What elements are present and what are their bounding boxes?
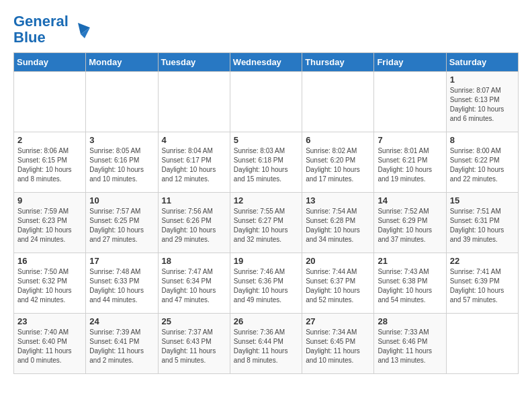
column-header-saturday: Saturday [446, 53, 518, 72]
day-number: 16 [17, 256, 82, 266]
logo-text: GeneralBlue [13, 13, 69, 46]
calendar-week-row: 16Sunrise: 7:50 AM Sunset: 6:32 PM Dayli… [14, 253, 519, 314]
day-info: Sunrise: 7:52 AM Sunset: 6:29 PM Dayligh… [378, 207, 442, 244]
page-header: GeneralBlue [13, 13, 519, 46]
calendar-cell: 28Sunrise: 7:33 AM Sunset: 6:46 PM Dayli… [374, 314, 446, 374]
calendar-table: SundayMondayTuesdayWednesdayThursdayFrid… [13, 52, 519, 374]
calendar-cell: 17Sunrise: 7:48 AM Sunset: 6:33 PM Dayli… [86, 253, 158, 314]
calendar-cell [446, 314, 518, 374]
day-number: 3 [89, 135, 154, 145]
day-number: 18 [162, 256, 226, 266]
day-number: 23 [17, 316, 82, 326]
column-header-monday: Monday [86, 53, 158, 72]
day-number: 22 [450, 256, 515, 266]
day-info: Sunrise: 7:50 AM Sunset: 6:32 PM Dayligh… [17, 267, 82, 305]
calendar-cell: 22Sunrise: 7:41 AM Sunset: 6:39 PM Dayli… [446, 253, 518, 314]
day-number: 24 [89, 316, 154, 326]
day-info: Sunrise: 7:36 AM Sunset: 6:44 PM Dayligh… [234, 328, 298, 365]
calendar-cell: 24Sunrise: 7:39 AM Sunset: 6:41 PM Dayli… [86, 314, 158, 374]
calendar-cell: 3Sunrise: 8:05 AM Sunset: 6:16 PM Daylig… [86, 132, 158, 193]
calendar-cell: 6Sunrise: 8:02 AM Sunset: 6:20 PM Daylig… [302, 132, 374, 193]
calendar-cell: 19Sunrise: 7:46 AM Sunset: 6:36 PM Dayli… [230, 253, 302, 314]
calendar-week-row: 2Sunrise: 8:06 AM Sunset: 6:15 PM Daylig… [14, 132, 519, 193]
day-info: Sunrise: 8:06 AM Sunset: 6:15 PM Dayligh… [17, 146, 82, 184]
day-number: 6 [306, 135, 370, 145]
day-info: Sunrise: 7:46 AM Sunset: 6:36 PM Dayligh… [234, 267, 298, 305]
calendar-cell: 23Sunrise: 7:40 AM Sunset: 6:40 PM Dayli… [14, 314, 86, 374]
day-info: Sunrise: 7:56 AM Sunset: 6:26 PM Dayligh… [162, 207, 226, 244]
calendar-cell: 8Sunrise: 8:00 AM Sunset: 6:22 PM Daylig… [446, 132, 518, 193]
day-number: 13 [306, 195, 370, 205]
calendar-cell: 5Sunrise: 8:03 AM Sunset: 6:18 PM Daylig… [230, 132, 302, 193]
day-info: Sunrise: 7:37 AM Sunset: 6:43 PM Dayligh… [162, 328, 226, 365]
day-number: 27 [306, 316, 370, 326]
calendar-cell [14, 72, 86, 132]
day-number: 11 [162, 195, 226, 205]
day-info: Sunrise: 8:07 AM Sunset: 6:13 PM Dayligh… [450, 86, 515, 124]
day-info: Sunrise: 7:40 AM Sunset: 6:40 PM Dayligh… [17, 328, 82, 365]
calendar-cell: 10Sunrise: 7:57 AM Sunset: 6:25 PM Dayli… [86, 193, 158, 253]
day-info: Sunrise: 8:05 AM Sunset: 6:16 PM Dayligh… [89, 146, 154, 184]
day-info: Sunrise: 8:04 AM Sunset: 6:17 PM Dayligh… [162, 146, 226, 184]
day-number: 28 [378, 316, 442, 326]
day-number: 21 [378, 256, 442, 266]
day-info: Sunrise: 7:55 AM Sunset: 6:27 PM Dayligh… [234, 207, 298, 244]
column-header-tuesday: Tuesday [158, 53, 230, 72]
day-number: 4 [162, 135, 226, 145]
day-number: 8 [450, 135, 515, 145]
day-number: 5 [234, 135, 298, 145]
calendar-cell: 7Sunrise: 8:01 AM Sunset: 6:21 PM Daylig… [374, 132, 446, 193]
day-number: 10 [89, 195, 154, 205]
column-header-friday: Friday [374, 53, 446, 72]
calendar-cell: 2Sunrise: 8:06 AM Sunset: 6:15 PM Daylig… [14, 132, 86, 193]
day-number: 7 [378, 135, 442, 145]
calendar-cell: 14Sunrise: 7:52 AM Sunset: 6:29 PM Dayli… [374, 193, 446, 253]
day-number: 19 [234, 256, 298, 266]
calendar-cell [158, 72, 230, 132]
column-header-wednesday: Wednesday [230, 53, 302, 72]
day-info: Sunrise: 8:01 AM Sunset: 6:21 PM Dayligh… [378, 146, 442, 184]
day-number: 12 [234, 195, 298, 205]
day-info: Sunrise: 7:33 AM Sunset: 6:46 PM Dayligh… [378, 328, 442, 365]
column-header-thursday: Thursday [302, 53, 374, 72]
day-info: Sunrise: 7:34 AM Sunset: 6:45 PM Dayligh… [306, 328, 370, 365]
calendar-cell: 15Sunrise: 7:51 AM Sunset: 6:31 PM Dayli… [446, 193, 518, 253]
calendar-cell: 16Sunrise: 7:50 AM Sunset: 6:32 PM Dayli… [14, 253, 86, 314]
day-info: Sunrise: 7:54 AM Sunset: 6:28 PM Dayligh… [306, 207, 370, 244]
column-header-sunday: Sunday [14, 53, 86, 72]
day-number: 1 [450, 75, 515, 85]
calendar-cell: 1Sunrise: 8:07 AM Sunset: 6:13 PM Daylig… [446, 72, 518, 132]
calendar-cell: 25Sunrise: 7:37 AM Sunset: 6:43 PM Dayli… [158, 314, 230, 374]
day-info: Sunrise: 7:48 AM Sunset: 6:33 PM Dayligh… [89, 267, 154, 305]
calendar-week-row: 1Sunrise: 8:07 AM Sunset: 6:13 PM Daylig… [14, 72, 519, 132]
day-info: Sunrise: 8:02 AM Sunset: 6:20 PM Dayligh… [306, 146, 370, 184]
day-number: 20 [306, 256, 370, 266]
day-info: Sunrise: 8:00 AM Sunset: 6:22 PM Dayligh… [450, 146, 515, 184]
calendar-cell: 18Sunrise: 7:47 AM Sunset: 6:34 PM Dayli… [158, 253, 230, 314]
day-info: Sunrise: 7:44 AM Sunset: 6:37 PM Dayligh… [306, 267, 370, 305]
calendar-cell: 11Sunrise: 7:56 AM Sunset: 6:26 PM Dayli… [158, 193, 230, 253]
day-info: Sunrise: 7:59 AM Sunset: 6:23 PM Dayligh… [17, 207, 82, 244]
day-number: 25 [162, 316, 226, 326]
day-number: 15 [450, 195, 515, 205]
calendar-cell: 20Sunrise: 7:44 AM Sunset: 6:37 PM Dayli… [302, 253, 374, 314]
calendar-cell: 9Sunrise: 7:59 AM Sunset: 6:23 PM Daylig… [14, 193, 86, 253]
day-number: 26 [234, 316, 298, 326]
calendar-cell: 13Sunrise: 7:54 AM Sunset: 6:28 PM Dayli… [302, 193, 374, 253]
day-info: Sunrise: 8:03 AM Sunset: 6:18 PM Dayligh… [234, 146, 298, 184]
day-info: Sunrise: 7:41 AM Sunset: 6:39 PM Dayligh… [450, 267, 515, 305]
calendar-week-row: 23Sunrise: 7:40 AM Sunset: 6:40 PM Dayli… [14, 314, 519, 374]
day-info: Sunrise: 7:57 AM Sunset: 6:25 PM Dayligh… [89, 207, 154, 244]
calendar-header-row: SundayMondayTuesdayWednesdayThursdayFrid… [14, 53, 519, 72]
day-info: Sunrise: 7:51 AM Sunset: 6:31 PM Dayligh… [450, 207, 515, 244]
calendar-cell: 4Sunrise: 8:04 AM Sunset: 6:17 PM Daylig… [158, 132, 230, 193]
calendar-cell: 12Sunrise: 7:55 AM Sunset: 6:27 PM Dayli… [230, 193, 302, 253]
day-number: 2 [17, 135, 82, 145]
calendar-week-row: 9Sunrise: 7:59 AM Sunset: 6:23 PM Daylig… [14, 193, 519, 253]
logo: GeneralBlue [13, 13, 91, 46]
calendar-cell: 21Sunrise: 7:43 AM Sunset: 6:38 PM Dayli… [374, 253, 446, 314]
calendar-cell [86, 72, 158, 132]
calendar-cell [230, 72, 302, 132]
calendar-cell [302, 72, 374, 132]
calendar-cell: 27Sunrise: 7:34 AM Sunset: 6:45 PM Dayli… [302, 314, 374, 374]
